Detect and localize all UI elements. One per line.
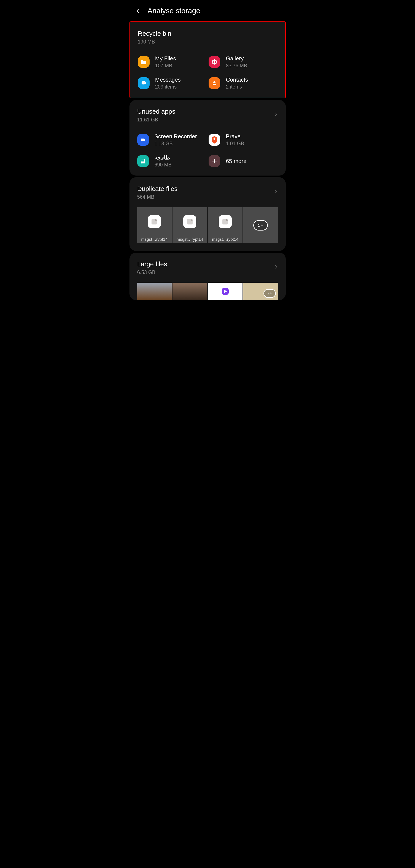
large-size: 6.53 GB [137, 270, 278, 275]
recycle-item-contacts[interactable]: Contacts 2 items [209, 76, 277, 90]
item-label: Screen Recorder [154, 133, 197, 140]
svg-point-11 [143, 83, 144, 83]
item-sub: 209 items [155, 84, 181, 90]
unused-title: Unused apps [137, 108, 278, 115]
folder-icon [138, 56, 149, 68]
item-sub: 1.13 GB [154, 141, 197, 147]
unused-size: 11.61 GB [137, 117, 278, 123]
file-icon [148, 215, 161, 228]
svg-rect-15 [151, 219, 157, 224]
large-thumb-more[interactable]: 7+ [243, 283, 278, 300]
chevron-right-icon [274, 189, 278, 194]
duplicate-title: Duplicate files [137, 185, 278, 192]
large-thumb[interactable] [208, 283, 243, 300]
more-badge: 7+ [264, 289, 276, 298]
header: Analyse storage [127, 0, 289, 22]
large-files-card[interactable]: Large files 6.53 GB 7+ [130, 253, 286, 300]
svg-rect-14 [141, 138, 144, 141]
item-label: Gallery [226, 55, 247, 62]
recycle-bin-card[interactable]: Recycle bin 190 MB My Files 107 MB Galle… [130, 22, 286, 98]
duplicate-size: 564 MB [137, 194, 278, 200]
recycle-title: Recycle bin [138, 30, 277, 37]
recycle-size: 190 MB [138, 39, 277, 45]
svg-point-0 [213, 61, 215, 63]
thumb-label: msgst…rypt14 [172, 236, 207, 243]
duplicate-thumb[interactable]: msgst…rypt14 [208, 207, 243, 243]
svg-point-3 [212, 61, 213, 63]
item-label: طاقچه [154, 154, 172, 161]
chevron-right-icon [274, 265, 278, 269]
item-label: Brave [226, 133, 244, 140]
file-icon [183, 215, 196, 228]
item-sub: 107 MB [155, 63, 176, 69]
svg-point-6 [215, 60, 216, 61]
svg-point-10 [142, 83, 143, 83]
item-label: My Files [155, 55, 176, 62]
item-label: 65 more [226, 158, 246, 164]
svg-point-5 [212, 60, 214, 61]
book-icon [137, 155, 149, 167]
plus-icon [209, 155, 220, 167]
page-title: Analyse storage [148, 6, 200, 15]
file-icon [219, 215, 232, 228]
flower-icon [209, 56, 220, 68]
duplicate-thumb[interactable]: msgst…rypt14 [172, 207, 207, 243]
camera-icon [137, 134, 149, 146]
large-thumb[interactable] [172, 283, 207, 300]
item-sub: 690 MB [154, 162, 172, 168]
item-label: Messages [155, 76, 181, 83]
play-icon [221, 287, 230, 296]
svg-point-13 [213, 81, 215, 83]
svg-rect-16 [187, 219, 193, 224]
large-thumb[interactable] [137, 283, 172, 300]
svg-point-7 [212, 63, 214, 64]
unused-item-taaghche[interactable]: طاقچه 690 MB [137, 154, 207, 168]
chevron-right-icon [274, 112, 278, 117]
duplicate-thumb-more[interactable]: 5+ [243, 207, 278, 243]
item-label: Contacts [226, 76, 248, 83]
thumb-label: msgst…rypt14 [208, 236, 243, 243]
svg-point-1 [214, 59, 215, 61]
more-badge: 5+ [253, 220, 268, 230]
unused-item-screenrecorder[interactable]: Screen Recorder 1.13 GB [137, 133, 207, 147]
message-icon [138, 77, 149, 89]
unused-apps-card[interactable]: Unused apps 11.61 GB Screen Recorder 1.1… [130, 100, 286, 176]
large-title: Large files [137, 260, 278, 268]
recycle-item-myfiles[interactable]: My Files 107 MB [138, 55, 207, 69]
svg-point-2 [214, 63, 215, 65]
item-sub: 2 items [226, 84, 248, 90]
unused-item-more[interactable]: 65 more [209, 154, 278, 168]
item-sub: 83.76 MB [226, 63, 247, 69]
person-icon [209, 77, 220, 89]
recycle-item-gallery[interactable]: Gallery 83.76 MB [209, 55, 277, 69]
thumb-label: msgst…rypt14 [137, 236, 172, 243]
svg-rect-17 [222, 219, 228, 224]
duplicate-thumb[interactable]: msgst…rypt14 [137, 207, 172, 243]
svg-point-4 [216, 61, 217, 63]
brave-icon [209, 134, 220, 146]
unused-item-brave[interactable]: Brave 1.01 GB [209, 133, 278, 147]
recycle-item-messages[interactable]: Messages 209 items [138, 76, 207, 90]
back-icon[interactable] [135, 8, 141, 14]
duplicate-files-card[interactable]: Duplicate files 564 MB msgst…rypt14 msgs… [130, 177, 286, 251]
item-sub: 1.01 GB [226, 141, 244, 147]
svg-point-12 [144, 83, 145, 83]
svg-point-8 [215, 63, 216, 64]
